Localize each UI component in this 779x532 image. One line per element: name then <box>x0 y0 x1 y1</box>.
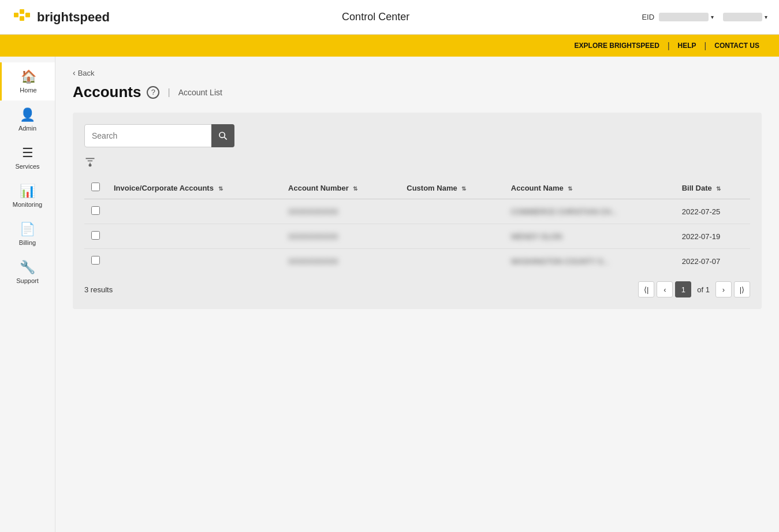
row-checkbox-2[interactable] <box>91 231 100 240</box>
table-container: Invoice/Corporate Accounts ⇅ Account Num… <box>73 113 762 309</box>
filter-svg-icon <box>84 157 96 168</box>
eid-value: •••••••••• <box>659 13 709 21</box>
home-icon: 🏠 <box>21 69 36 84</box>
header-checkbox-cell <box>84 177 107 199</box>
eid-chevron-icon: ▾ <box>711 14 714 20</box>
svg-rect-1 <box>20 9 24 14</box>
user-value: •••••••• <box>723 13 762 21</box>
main-layout: 🏠 Home 👤 Admin ☰ Services 📊 Monitoring 📄… <box>0 57 779 532</box>
logo-text: brightspeed <box>37 10 110 25</box>
back-arrow-icon: ‹ <box>73 68 76 77</box>
blurred-account-number-3: XXXXXXXXXX <box>288 257 338 266</box>
user-dropdown[interactable]: •••••••• ▾ <box>723 13 767 21</box>
sidebar-item-billing[interactable]: 📄 Billing <box>0 215 55 253</box>
main-content: ‹ Back Accounts ? | Account List <box>55 57 779 532</box>
row-account-number-3: XXXXXXXXXX <box>281 249 400 274</box>
blurred-account-name-2: WENDY GLON <box>511 232 562 241</box>
svg-line-5 <box>224 137 226 139</box>
pagination-row: 3 results ⟨| ‹ 1 of 1 › |⟩ <box>84 281 750 297</box>
header-right: EID •••••••••• ▾ •••••••• ▾ <box>642 13 767 21</box>
sidebar-item-monitoring[interactable]: 📊 Monitoring <box>0 177 55 215</box>
results-count: 3 results <box>84 285 113 294</box>
app-title: Control Center <box>110 11 642 23</box>
user-chevron-icon: ▾ <box>765 14 767 20</box>
row-invoice-1 <box>107 199 281 224</box>
pagination-controls: ⟨| ‹ 1 of 1 › |⟩ <box>638 281 750 297</box>
contact-us-link[interactable]: CONTACT US <box>706 42 767 50</box>
breadcrumb-divider: | <box>167 87 170 98</box>
breadcrumb-account-list[interactable]: Account List <box>178 88 222 97</box>
services-icon: ☰ <box>22 146 33 161</box>
header-account-name[interactable]: Account Name ⇅ <box>504 177 675 199</box>
prev-page-button[interactable]: ‹ <box>657 281 673 297</box>
brightspeed-logo-icon <box>12 7 32 28</box>
row-checkbox-1[interactable] <box>91 206 100 215</box>
first-page-button[interactable]: ⟨| <box>638 281 654 297</box>
blurred-account-name-1: COMMERCE CHRISTIAN CH... <box>511 207 617 216</box>
row-account-number-1: XXXXXXXXXX <box>281 199 400 224</box>
search-row <box>84 124 750 147</box>
eid-label: EID <box>642 13 654 21</box>
page-header: Accounts ? | Account List <box>73 83 762 101</box>
sort-icon-invoice: ⇅ <box>218 185 223 192</box>
accounts-table: Invoice/Corporate Accounts ⇅ Account Num… <box>84 177 750 273</box>
table-row: XXXXXXXXXX WASHINGTON COUNTY S... 2022-0… <box>84 249 750 274</box>
monitoring-icon: 📊 <box>20 184 35 199</box>
row-checkbox-3[interactable] <box>91 256 100 265</box>
row-checkbox-cell <box>84 199 107 224</box>
row-custom-name-2 <box>400 224 504 249</box>
search-button[interactable] <box>211 124 234 147</box>
header-custom-name[interactable]: Custom Name ⇅ <box>400 177 504 199</box>
blurred-account-number-1: XXXXXXXXXX <box>288 207 338 216</box>
table-row: XXXXXXXXXX COMMERCE CHRISTIAN CH... 2022… <box>84 199 750 224</box>
table-body: XXXXXXXXXX COMMERCE CHRISTIAN CH... 2022… <box>84 199 750 274</box>
header-account-number[interactable]: Account Number ⇅ <box>281 177 400 199</box>
search-icon <box>218 131 228 140</box>
row-custom-name-3 <box>400 249 504 274</box>
filter-icon[interactable] <box>84 159 96 170</box>
sidebar-label-support: Support <box>16 277 39 284</box>
sidebar-item-admin[interactable]: 👤 Admin <box>0 101 55 139</box>
row-checkbox-cell <box>84 249 107 274</box>
search-wrapper <box>84 124 234 147</box>
explore-brightspeed-link[interactable]: EXPLORE BRIGHTSPEED <box>566 42 668 50</box>
admin-icon: 👤 <box>20 107 35 122</box>
sort-icon-account-name: ⇅ <box>568 185 572 192</box>
row-invoice-3 <box>107 249 281 274</box>
svg-point-6 <box>89 164 91 166</box>
page-1-button[interactable]: 1 <box>675 281 691 297</box>
blurred-account-number-2: XXXXXXXXXX <box>288 232 338 241</box>
row-bill-date-1: 2022-07-25 <box>675 199 750 224</box>
help-link[interactable]: HELP <box>670 42 705 50</box>
sort-icon-account-number: ⇅ <box>353 185 357 192</box>
support-icon: 🔧 <box>20 260 35 275</box>
page-of-info: of 1 <box>697 285 710 294</box>
sidebar: 🏠 Home 👤 Admin ☰ Services 📊 Monitoring 📄… <box>0 57 55 532</box>
row-account-name-3: WASHINGTON COUNTY S... <box>504 249 675 274</box>
sidebar-item-home[interactable]: 🏠 Home <box>0 62 55 101</box>
sidebar-item-support[interactable]: 🔧 Support <box>0 253 55 291</box>
last-page-button[interactable]: |⟩ <box>734 281 750 297</box>
sidebar-label-billing: Billing <box>19 239 36 246</box>
eid-dropdown[interactable]: EID •••••••••• ▾ <box>642 13 713 21</box>
header-invoice-corporate[interactable]: Invoice/Corporate Accounts ⇅ <box>107 177 281 199</box>
blurred-account-name-3: WASHINGTON COUNTY S... <box>511 257 609 266</box>
table-header: Invoice/Corporate Accounts ⇅ Account Num… <box>84 177 750 199</box>
row-custom-name-1 <box>400 199 504 224</box>
header-bill-date[interactable]: Bill Date ⇅ <box>675 177 750 199</box>
next-page-button[interactable]: › <box>715 281 732 297</box>
sidebar-label-home: Home <box>20 87 36 94</box>
back-link[interactable]: ‹ Back <box>73 68 762 77</box>
filter-row <box>84 157 750 171</box>
page-title: Accounts <box>73 83 141 101</box>
logo: brightspeed <box>12 7 110 28</box>
row-bill-date-3: 2022-07-07 <box>675 249 750 274</box>
row-checkbox-cell <box>84 224 107 249</box>
help-icon[interactable]: ? <box>147 86 159 99</box>
sidebar-item-services[interactable]: ☰ Services <box>0 139 55 177</box>
select-all-checkbox[interactable] <box>91 183 100 191</box>
row-invoice-2 <box>107 224 281 249</box>
svg-rect-0 <box>14 13 18 17</box>
row-account-name-1: COMMERCE CHRISTIAN CH... <box>504 199 675 224</box>
sidebar-label-admin: Admin <box>18 125 36 132</box>
